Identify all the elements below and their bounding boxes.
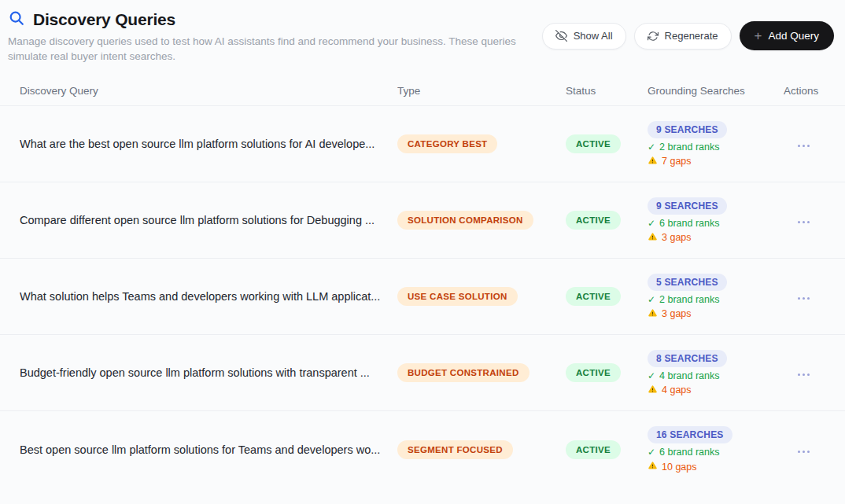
column-header-actions: Actions	[784, 85, 845, 97]
ellipsis-icon	[798, 373, 800, 376]
status-badge: ACTIVE	[566, 287, 621, 306]
add-query-button[interactable]: + Add Query	[740, 21, 834, 50]
table-header-row: Discovery Query Type Status Grounding Se…	[0, 75, 845, 106]
regenerate-button[interactable]: Regenerate	[634, 23, 732, 50]
searches-badge: 16 SEARCHES	[648, 426, 732, 443]
check-icon: ✓	[648, 370, 655, 381]
status-badge: ACTIVE	[566, 134, 621, 153]
check-icon: ✓	[648, 218, 655, 229]
gaps-metric: 3 gaps	[648, 232, 692, 244]
warning-triangle-icon	[648, 384, 658, 396]
status-badge: ACTIVE	[566, 211, 621, 230]
query-text: Compare different open source llm platfo…	[20, 214, 397, 226]
check-icon: ✓	[648, 447, 655, 458]
warning-triangle-icon	[648, 232, 658, 244]
brand-ranks-metric: ✓2 brand ranks	[648, 294, 720, 305]
ellipsis-icon	[798, 145, 800, 147]
row-actions-menu-button[interactable]	[795, 292, 813, 304]
check-icon: ✓	[648, 142, 655, 153]
column-header-type: Type	[397, 85, 566, 97]
warning-triangle-icon	[648, 308, 658, 320]
table-row: Budget-friendly open source llm platform…	[0, 335, 845, 411]
searches-badge: 9 SEARCHES	[648, 197, 727, 215]
check-icon: ✓	[648, 294, 655, 305]
show-all-label: Show All	[574, 30, 613, 42]
discovery-queries-table: Discovery Query Type Status Grounding Se…	[0, 75, 845, 487]
type-badge: SEGMENT FOCUSED	[397, 440, 513, 459]
add-query-label: Add Query	[768, 30, 819, 42]
warning-triangle-icon	[648, 461, 658, 473]
status-badge: ACTIVE	[566, 363, 621, 382]
type-badge: USE CASE SOLUTION	[397, 287, 518, 306]
gaps-metric: 10 gaps	[648, 461, 696, 473]
page-subtitle: Manage discovery queries used to test ho…	[8, 34, 540, 64]
type-badge: BUDGET CONSTRAINED	[397, 363, 530, 382]
brand-ranks-metric: ✓6 brand ranks	[648, 447, 720, 458]
row-actions-menu-button[interactable]	[795, 140, 813, 152]
grounding-cell: 9 SEARCHES ✓6 brand ranks 3 gaps	[648, 197, 784, 244]
searches-badge: 8 SEARCHES	[648, 350, 727, 367]
ellipsis-icon	[798, 297, 800, 300]
query-text: What are the best open source llm platfo…	[20, 138, 397, 150]
refresh-icon	[648, 31, 659, 42]
type-badge: SOLUTION COMPARISON	[397, 211, 533, 230]
plus-icon: +	[755, 29, 762, 42]
gaps-metric: 4 gaps	[648, 384, 692, 396]
ellipsis-icon	[798, 221, 800, 223]
table-row: What are the best open source llm platfo…	[0, 106, 845, 182]
table-row: What solution helps Teams and developers…	[0, 259, 845, 335]
search-icon	[8, 9, 25, 30]
table-row: Compare different open source llm platfo…	[0, 182, 845, 259]
brand-ranks-metric: ✓4 brand ranks	[648, 370, 720, 381]
page-title: Discovery Queries	[33, 10, 175, 29]
query-text: Budget-friendly open source llm platform…	[20, 366, 397, 379]
searches-badge: 5 SEARCHES	[648, 274, 727, 291]
searches-badge: 9 SEARCHES	[648, 121, 727, 138]
header-text-block: Discovery Queries Manage discovery queri…	[8, 9, 540, 64]
show-all-button[interactable]: Show All	[542, 23, 626, 50]
regenerate-label: Regenerate	[665, 30, 718, 42]
warning-triangle-icon	[648, 156, 658, 167]
eye-off-icon	[555, 30, 567, 42]
row-actions-menu-button[interactable]	[795, 216, 813, 228]
column-header-status: Status	[566, 85, 648, 97]
type-badge: CATEGORY BEST	[397, 134, 497, 153]
ellipsis-icon	[798, 451, 800, 453]
gaps-metric: 3 gaps	[648, 308, 692, 320]
query-text: What solution helps Teams and developers…	[20, 290, 397, 303]
table-row: Best open source llm platform solutions …	[0, 411, 845, 487]
query-text: Best open source llm platform solutions …	[20, 443, 397, 456]
grounding-cell: 9 SEARCHES ✓2 brand ranks 7 gaps	[648, 121, 784, 167]
status-badge: ACTIVE	[566, 440, 621, 459]
grounding-cell: 16 SEARCHES ✓6 brand ranks 10 gaps	[648, 426, 784, 473]
page-header: Discovery Queries Manage discovery queri…	[0, 0, 845, 64]
brand-ranks-metric: ✓2 brand ranks	[648, 142, 720, 153]
column-header-grounding-searches: Grounding Searches	[648, 85, 784, 97]
column-header-discovery-query: Discovery Query	[20, 85, 397, 97]
row-actions-menu-button[interactable]	[795, 369, 813, 381]
grounding-cell: 5 SEARCHES ✓2 brand ranks 3 gaps	[648, 274, 784, 320]
brand-ranks-metric: ✓6 brand ranks	[648, 218, 720, 229]
header-actions: Show All Regenerate + Add Query	[542, 21, 834, 50]
gaps-metric: 7 gaps	[648, 156, 692, 167]
row-actions-menu-button[interactable]	[795, 446, 813, 458]
grounding-cell: 8 SEARCHES ✓4 brand ranks 4 gaps	[648, 350, 784, 396]
